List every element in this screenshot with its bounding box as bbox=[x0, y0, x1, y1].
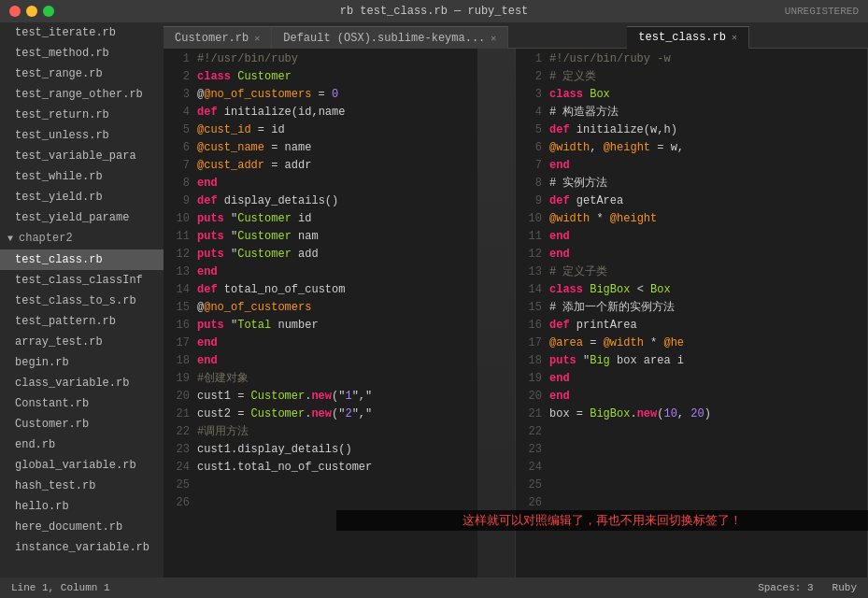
code-line-11: puts "Customer nam bbox=[197, 228, 477, 246]
code-line-22: end bbox=[549, 370, 867, 388]
tab-default-osx[interactable]: Default (OSX).sublime-keyma... ✕ bbox=[272, 26, 508, 49]
left-line-numbers: 1234567891011121314151617181920212223242… bbox=[164, 49, 197, 577]
tab-customer-rb[interactable]: Customer.rb ✕ bbox=[164, 26, 272, 49]
window-title: rb test_class.rb — ruby_test bbox=[340, 5, 529, 18]
code-line-23: end bbox=[549, 388, 867, 406]
status-right: Spaces: 3 Ruby bbox=[758, 582, 857, 593]
code-line-1: #!/usr/bin/ruby -w bbox=[549, 50, 867, 68]
tab-label: Customer.rb bbox=[175, 32, 249, 45]
titlebar: rb test_class.rb — ruby_test UNREGISTERE… bbox=[0, 0, 868, 22]
sidebar-item-Constant-rb[interactable]: Constant.rb bbox=[0, 393, 164, 414]
sidebar-item-array_test-rb[interactable]: array_test.rb bbox=[0, 332, 164, 352]
code-line-3: @@no_of_customers = 0 bbox=[197, 86, 477, 104]
tab-bar[interactable]: Customer.rb ✕ Default (OSX).sublime-keym… bbox=[164, 22, 868, 49]
spaces-indicator: Spaces: 3 bbox=[758, 582, 813, 593]
code-line-26: box = BigBox.new(10, 20) bbox=[549, 406, 867, 423]
code-line-16: class BigBox < Box bbox=[549, 281, 867, 299]
code-line-5: # 构造器方法 bbox=[549, 104, 867, 121]
tab-label: test_class.rb bbox=[638, 31, 726, 44]
code-line-19: def printArea bbox=[549, 317, 867, 335]
sidebar-item-test_while-rb[interactable]: test_while.rb bbox=[0, 166, 164, 187]
left-minimap bbox=[477, 49, 515, 577]
code-line-1: #!/usr/bin/ruby bbox=[197, 50, 477, 68]
main-area: test_iterate.rbtest_method.rbtest_range.… bbox=[0, 22, 868, 577]
sidebar-item-Customer-rb[interactable]: Customer.rb bbox=[0, 414, 164, 434]
sidebar-item-global_variable-rb[interactable]: global_variable.rb bbox=[0, 455, 164, 476]
code-line-18: # 添加一个新的实例方法 bbox=[549, 299, 867, 317]
right-editor[interactable]: 1234567891011121314151617181920212223242… bbox=[516, 49, 868, 577]
sidebar[interactable]: test_iterate.rbtest_method.rbtest_range.… bbox=[0, 22, 164, 577]
code-line-12: puts "Customer add bbox=[197, 246, 477, 263]
code-line-10: puts "Customer id bbox=[197, 210, 477, 228]
close-icon[interactable]: ✕ bbox=[254, 33, 260, 44]
sidebar-item-test_return-rb[interactable]: test_return.rb bbox=[0, 105, 164, 125]
code-line-6: @cust_name = name bbox=[197, 139, 477, 157]
code-line-3: # 定义类 bbox=[549, 68, 867, 86]
code-line-7: @cust_addr = addr bbox=[197, 157, 477, 175]
code-line-22: cust2 = Customer.new("2"," bbox=[197, 406, 477, 423]
code-line-18: end bbox=[197, 352, 477, 370]
code-line-20: #创建对象 bbox=[197, 370, 477, 388]
code-line-17: end bbox=[197, 335, 477, 352]
code-line-24: #调用方法 bbox=[197, 423, 477, 441]
registration-status: UNREGISTERED bbox=[785, 6, 859, 17]
sidebar-item-test_class_classInf[interactable]: test_class_classInf bbox=[0, 270, 164, 291]
close-icon[interactable]: ✕ bbox=[491, 33, 496, 44]
sidebar-item-end-rb[interactable]: end.rb bbox=[0, 434, 164, 455]
code-line-25: cust1.display_details() bbox=[197, 441, 477, 459]
code-line-13: end bbox=[549, 246, 867, 263]
code-line-8: end bbox=[197, 175, 477, 192]
window-controls[interactable] bbox=[9, 6, 54, 17]
code-line-10: def getArea bbox=[549, 192, 867, 210]
code-line-21: puts "Big box area i bbox=[549, 352, 867, 370]
sidebar-item-chapter2[interactable]: chapter2 bbox=[0, 228, 164, 249]
content-area: Customer.rb ✕ Default (OSX).sublime-keym… bbox=[164, 22, 868, 577]
code-line-7: @width, @height = w, bbox=[549, 139, 867, 157]
cursor-position: Line 1, Column 1 bbox=[11, 582, 110, 593]
sidebar-item-hello-rb[interactable]: hello.rb bbox=[0, 496, 164, 517]
sidebar-item-test_yield-rb[interactable]: test_yield.rb bbox=[0, 187, 164, 207]
tab-test-class-rb[interactable]: test_class.rb ✕ bbox=[627, 26, 749, 49]
sidebar-item-test_range_other-rb[interactable]: test_range_other.rb bbox=[0, 84, 164, 105]
sidebar-item-test_class_to_s-rb[interactable]: test_class_to_s.rb bbox=[0, 291, 164, 311]
left-editor-content: 1234567891011121314151617181920212223242… bbox=[164, 49, 515, 577]
sidebar-item-test_range-rb[interactable]: test_range.rb bbox=[0, 64, 164, 84]
code-line-21: cust1 = Customer.new("1"," bbox=[197, 388, 477, 406]
sidebar-item-test_variable_para[interactable]: test_variable_para bbox=[0, 146, 164, 166]
code-line-11: @width * @height bbox=[549, 210, 867, 228]
editors-panel: 1234567891011121314151617181920212223242… bbox=[164, 49, 868, 577]
left-editor[interactable]: 1234567891011121314151617181920212223242… bbox=[164, 49, 516, 577]
right-line-numbers: 1234567891011121314151617181920212223242… bbox=[516, 49, 549, 577]
left-code-area[interactable]: #!/usr/bin/rubyclass Customer @@no_of_cu… bbox=[197, 49, 477, 577]
sidebar-item-test_pattern-rb[interactable]: test_pattern.rb bbox=[0, 311, 164, 332]
right-editor-content: 1234567891011121314151617181920212223242… bbox=[516, 49, 867, 577]
sidebar-item-test_yield_parame[interactable]: test_yield_parame bbox=[0, 207, 164, 228]
code-line-12: end bbox=[549, 228, 867, 246]
code-line-4: def initialize(id,name bbox=[197, 104, 477, 121]
code-line-26: cust1.total_no_of_customer bbox=[197, 459, 477, 477]
right-code-area[interactable]: #!/usr/bin/ruby -w# 定义类class Box # 构造器方法… bbox=[549, 49, 867, 577]
sidebar-item-test_class-rb[interactable]: test_class.rb bbox=[0, 249, 164, 270]
tab-label: Default (OSX).sublime-keyma... bbox=[283, 32, 485, 45]
sidebar-item-begin-rb[interactable]: begin.rb bbox=[0, 352, 164, 373]
code-line-6: def initialize(w,h) bbox=[549, 121, 867, 139]
code-line-14: def total_no_of_custom bbox=[197, 281, 477, 299]
code-line-2: class Customer bbox=[197, 68, 477, 86]
code-line-5: @cust_id = id bbox=[197, 121, 477, 139]
minimize-button[interactable] bbox=[26, 6, 37, 17]
close-icon[interactable]: ✕ bbox=[732, 32, 737, 43]
code-line-9: # 实例方法 bbox=[549, 175, 867, 192]
sidebar-item-hash_test-rb[interactable]: hash_test.rb bbox=[0, 476, 164, 496]
sidebar-item-instance_variable-rb[interactable]: instance_variable.rb bbox=[0, 537, 164, 558]
sidebar-item-test_iterate-rb[interactable]: test_iterate.rb bbox=[0, 22, 164, 43]
sidebar-item-class_variable-rb[interactable]: class_variable.rb bbox=[0, 373, 164, 393]
code-line-15: # 定义子类 bbox=[549, 263, 867, 281]
sidebar-item-test_method-rb[interactable]: test_method.rb bbox=[0, 43, 164, 64]
sidebar-item-here_document-rb[interactable]: here_document.rb bbox=[0, 517, 164, 537]
maximize-button[interactable] bbox=[43, 6, 54, 17]
sidebar-item-test_unless-rb[interactable]: test_unless.rb bbox=[0, 125, 164, 146]
close-button[interactable] bbox=[9, 6, 21, 17]
code-line-4: class Box bbox=[549, 86, 867, 104]
code-line-13: end bbox=[197, 263, 477, 281]
language-indicator: Ruby bbox=[832, 582, 857, 593]
